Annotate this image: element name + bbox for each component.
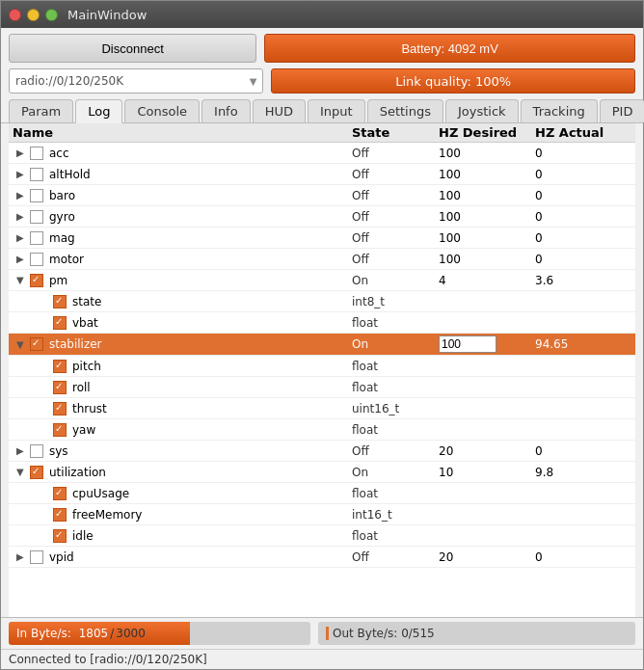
expand-arrow-icon[interactable]: ▶ [16,147,28,158]
radio-value: radio://0/120/250K [15,74,123,88]
tab-tracking[interactable]: Tracking [521,99,598,122]
col-hz-desired: HZ Desired [439,125,535,140]
table-row[interactable]: ▶baroOff1000 [9,185,635,206]
row-name-label: sys [49,444,68,458]
table-row[interactable]: ▼utilizationOn109.8 [9,462,635,483]
table-row[interactable]: pitchfloat [9,356,635,377]
log-checkbox[interactable] [53,295,67,308]
log-checkbox[interactable] [30,466,43,479]
log-checkbox[interactable] [30,337,43,351]
row-name-label: freeMemory [72,508,142,522]
row-state: float [352,316,439,330]
expand-arrow-icon[interactable]: ▶ [16,254,28,264]
row-hz-actual: 0 [535,168,631,181]
tab-param[interactable]: Param [9,99,73,122]
table-row[interactable]: ▶accOff1000 [9,143,635,164]
tab-pid[interactable]: PID [600,99,644,122]
expand-arrow-icon[interactable]: ▶ [16,551,28,562]
row-name-label: stabilizer [49,337,102,351]
col-name: Name [13,125,352,140]
table-row[interactable]: freeMemoryint16_t [9,504,635,525]
close-button[interactable] [9,9,21,21]
tab-input[interactable]: Input [308,99,365,122]
table-row[interactable]: idlefloat [9,525,635,547]
row-hz-actual: 0 [535,210,631,224]
table-row[interactable]: ▶magOff1000 [9,228,635,249]
expand-arrow-icon[interactable]: ▶ [16,190,28,201]
hz-desired-input[interactable] [439,335,496,353]
log-checkbox[interactable] [30,274,43,287]
table-row[interactable]: ▶altHoldOff1000 [9,164,635,185]
row-name-label: acc [49,147,69,160]
table-row[interactable]: rollfloat [9,377,635,398]
row-state: float [352,423,439,437]
row-state: float [352,381,439,394]
expand-arrow-icon[interactable]: ▼ [16,275,28,285]
tab-console[interactable]: Console [124,99,200,122]
log-checkbox[interactable] [30,210,43,224]
table-row[interactable]: stateint8_t [9,291,635,312]
expand-arrow-icon[interactable]: ▶ [16,211,28,222]
row-hz-actual: 0 [535,189,631,202]
expand-arrow-icon[interactable]: ▼ [16,339,28,350]
log-checkbox[interactable] [53,508,67,522]
table-row[interactable]: vbatfloat [9,312,635,334]
maximize-button[interactable] [45,9,58,21]
row-hz-actual: 0 [535,147,631,160]
row-state: Off [352,444,439,458]
log-checkbox[interactable] [30,444,43,458]
row-hz-desired: 20 [439,444,535,458]
log-checkbox[interactable] [30,189,43,202]
log-checkbox[interactable] [30,147,43,160]
table-row[interactable]: yawfloat [9,419,635,441]
link-quality-button[interactable]: Link quality: 100% [271,68,635,94]
row-hz-actual: 0 [535,231,631,245]
log-checkbox[interactable] [53,402,67,415]
out-bytes-label: Out Byte/s: 0/515 [333,627,435,640]
top-row: Disconnect Battery: 4092 mV [1,28,643,68]
tab-joystick[interactable]: Joystick [445,99,519,122]
log-checkbox[interactable] [53,381,67,394]
battery-button[interactable]: Battery: 4092 mV [264,34,635,63]
row-state: uint16_t [352,402,439,415]
table-row[interactable]: cpuUsagefloat [9,483,635,504]
minimize-button[interactable] [27,9,40,21]
col-state: State [352,125,439,140]
log-checkbox[interactable] [30,168,43,181]
tab-hud[interactable]: HUD [253,99,306,122]
table-row[interactable]: ▶motorOff1000 [9,249,635,270]
log-checkbox[interactable] [53,316,67,330]
expand-arrow-icon[interactable]: ▶ [16,169,28,179]
log-checkbox[interactable] [53,529,67,543]
log-checkbox[interactable] [30,253,43,266]
log-checkbox[interactable] [30,231,43,245]
out-bytes-indicator [326,627,329,640]
row-hz-actual: 3.6 [535,274,631,287]
table-row[interactable]: ▼stabilizerOn94.65 [9,334,635,356]
row-hz-desired: 100 [439,253,535,266]
log-checkbox[interactable] [53,423,67,437]
log-checkbox[interactable] [53,360,67,373]
expand-arrow-icon[interactable]: ▶ [16,445,28,456]
log-checkbox[interactable] [30,550,43,564]
disconnect-button[interactable]: Disconnect [9,34,256,63]
table-row[interactable]: ▶sysOff200 [9,441,635,462]
row-hz-desired: 100 [439,147,535,160]
row-state: int8_t [352,295,439,308]
row-hz-desired: 100 [439,189,535,202]
table-row[interactable]: ▶gyroOff1000 [9,206,635,228]
radio-dropdown[interactable]: radio://0/120/250K ▼ [9,68,263,94]
out-bytes-bar: Out Byte/s: 0/515 [318,622,635,645]
table-row[interactable]: ▶vpidOff200 [9,547,635,568]
expand-arrow-icon[interactable]: ▶ [16,232,28,243]
table-row[interactable]: thrustuint16_t [9,398,635,419]
tab-log[interactable]: Log [75,99,122,123]
row-state: Off [352,550,439,564]
row-hz-actual: 0 [535,444,631,458]
log-checkbox[interactable] [53,487,67,500]
tab-info[interactable]: Info [201,99,251,122]
expand-arrow-icon[interactable]: ▼ [16,467,28,477]
tab-settings[interactable]: Settings [367,99,443,122]
bottom-bar: In Byte/s: 1805 / 3000 Out Byte/s: 0/515 [1,617,643,649]
table-row[interactable]: ▼pmOn43.6 [9,270,635,291]
